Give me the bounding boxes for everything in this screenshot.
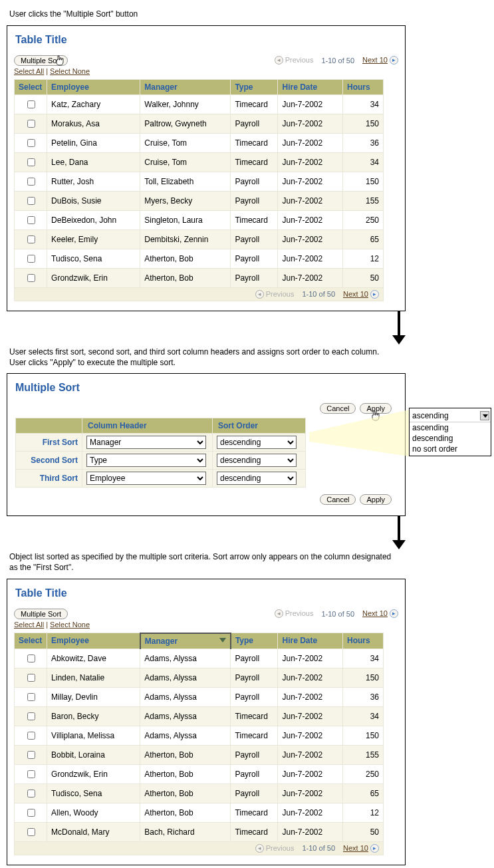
cell-hire-date: Jun-7-2002	[278, 152, 343, 172]
table-row: McDonald, MaryBach, RichardTimecardJun-7…	[15, 822, 384, 841]
column-header-select[interactable]: Manager	[86, 436, 206, 449]
apply-button[interactable]: Apply	[360, 494, 392, 505]
cell-hours: 65	[343, 784, 384, 803]
col-header-label: Column Header	[82, 418, 213, 434]
multiple-sort-button[interactable]: Multiple Sort	[14, 609, 68, 619]
cell-employee: Tudisco, Sena	[47, 249, 140, 268]
row-checkbox[interactable]	[27, 178, 35, 186]
dropdown-option[interactable]: ascending	[410, 422, 491, 433]
chevron-down-icon[interactable]	[480, 411, 489, 420]
col-hire-date[interactable]: Hire Date	[278, 633, 343, 649]
table-row: Lee, DanaCruise, TomTimecardJun-7-200234	[15, 152, 384, 172]
next-link[interactable]: Next 10	[343, 844, 368, 852]
next-icon[interactable]: ▸	[370, 844, 379, 853]
cell-employee: Linden, Natalie	[47, 668, 140, 687]
row-checkbox[interactable]	[27, 809, 35, 817]
row-checkbox[interactable]	[27, 828, 35, 836]
row-checkbox[interactable]	[27, 100, 35, 108]
prev-link-disabled: Previous	[285, 609, 314, 617]
row-checkbox[interactable]	[27, 139, 35, 147]
row-checkbox[interactable]	[27, 197, 35, 205]
row-checkbox[interactable]	[27, 274, 35, 282]
col-employee[interactable]: Employee	[47, 633, 140, 649]
sort-order-select[interactable]: descending	[217, 472, 297, 485]
cell-hours: 34	[343, 706, 384, 726]
column-header-select[interactable]: Employee	[86, 472, 206, 485]
cell-manager: Adams, Alyssa	[140, 668, 231, 687]
row-checkbox[interactable]	[27, 216, 35, 224]
table-row: Allen, WoodyAtherton, BobTimecardJun-7-2…	[15, 803, 384, 822]
sort-row-label: Third Sort	[16, 470, 82, 488]
sort-order-select[interactable]: descending	[217, 454, 297, 467]
cell-hire-date: Jun-7-2002	[278, 94, 343, 114]
cell-manager: Paltrow, Gwyneth	[140, 114, 231, 133]
page-title: Table Title	[15, 587, 398, 599]
row-checkbox[interactable]	[27, 693, 35, 701]
prev-link-disabled: Previous	[285, 56, 314, 64]
select-all-link[interactable]: Select All	[14, 621, 44, 629]
cell-hire-date: Jun-7-2002	[278, 229, 343, 249]
col-hire-date[interactable]: Hire Date	[278, 79, 343, 94]
prev-icon: ◂	[275, 56, 283, 65]
next-link[interactable]: Next 10	[362, 609, 388, 617]
column-header-select[interactable]: Type	[86, 454, 206, 467]
cell-hire-date: Jun-7-2002	[278, 687, 343, 706]
row-checkbox[interactable]	[27, 255, 35, 263]
sort-order-dropdown[interactable]: ascending ascending descending no sort o…	[409, 408, 491, 456]
col-manager-sorted[interactable]: Manager	[140, 633, 231, 649]
select-all-link[interactable]: Select All	[14, 67, 44, 75]
next-link[interactable]: Next 10	[343, 290, 368, 298]
cell-type: Payroll	[231, 114, 278, 133]
dropdown-option[interactable]: no sort order	[410, 444, 491, 454]
prev-icon: ◂	[255, 844, 264, 853]
cell-employee: Baron, Becky	[47, 706, 140, 726]
row-checkbox[interactable]	[27, 751, 35, 759]
cell-hours: 50	[343, 268, 384, 287]
row-checkbox[interactable]	[27, 654, 35, 662]
cell-employee: Keeler, Emily	[47, 229, 140, 249]
next-icon[interactable]: ▸	[370, 290, 379, 299]
cell-manager: Toll, Elizabeth	[140, 172, 231, 191]
row-checkbox[interactable]	[27, 158, 35, 166]
row-checkbox[interactable]	[27, 732, 35, 740]
row-checkbox[interactable]	[27, 674, 35, 682]
hand-cursor-icon	[55, 55, 65, 67]
next-link[interactable]: Next 10	[362, 56, 388, 64]
prev-icon: ◂	[275, 609, 283, 618]
cell-type: Timecard	[231, 94, 278, 114]
cell-employee: Lee, Dana	[47, 152, 140, 172]
cell-manager: Bach, Richard	[140, 822, 231, 841]
cell-hours: 150	[343, 114, 384, 133]
cancel-button[interactable]: Cancel	[320, 403, 356, 414]
row-checkbox[interactable]	[27, 235, 35, 243]
select-none-link[interactable]: Select None	[50, 621, 90, 629]
sort-order-select[interactable]: descending	[217, 436, 297, 449]
cell-manager: Cruise, Tom	[140, 152, 231, 172]
row-checkbox[interactable]	[27, 790, 35, 797]
cell-type: Payroll	[231, 668, 278, 687]
col-select[interactable]: Select	[15, 79, 47, 94]
col-hours[interactable]: Hours	[343, 79, 384, 94]
row-checkbox[interactable]	[27, 120, 35, 128]
next-icon[interactable]: ▸	[390, 56, 398, 65]
dropdown-option[interactable]: descending	[410, 433, 491, 444]
row-checkbox[interactable]	[27, 712, 35, 720]
sort-row-label: First Sort	[16, 434, 82, 452]
cell-type: Timecard	[231, 210, 278, 229]
col-manager[interactable]: Manager	[140, 79, 231, 94]
col-type[interactable]: Type	[231, 79, 278, 94]
col-employee[interactable]: Employee	[47, 79, 140, 94]
next-icon[interactable]: ▸	[390, 609, 398, 618]
select-none-link[interactable]: Select None	[50, 67, 90, 75]
col-type[interactable]: Type	[231, 633, 278, 649]
row-checkbox[interactable]	[27, 770, 35, 778]
sort-row-label: Second Sort	[16, 452, 82, 470]
cell-hours: 155	[343, 745, 384, 764]
col-hours[interactable]: Hours	[343, 633, 384, 649]
cell-manager: Atherton, Bob	[140, 784, 231, 803]
col-select[interactable]: Select	[15, 633, 47, 649]
table-row: Bobbit, LorainaAtherton, BobPayrollJun-7…	[15, 745, 384, 764]
cell-employee: Katz, Zachary	[47, 94, 140, 114]
cell-type: Payroll	[231, 172, 278, 191]
cancel-button[interactable]: Cancel	[320, 494, 356, 505]
